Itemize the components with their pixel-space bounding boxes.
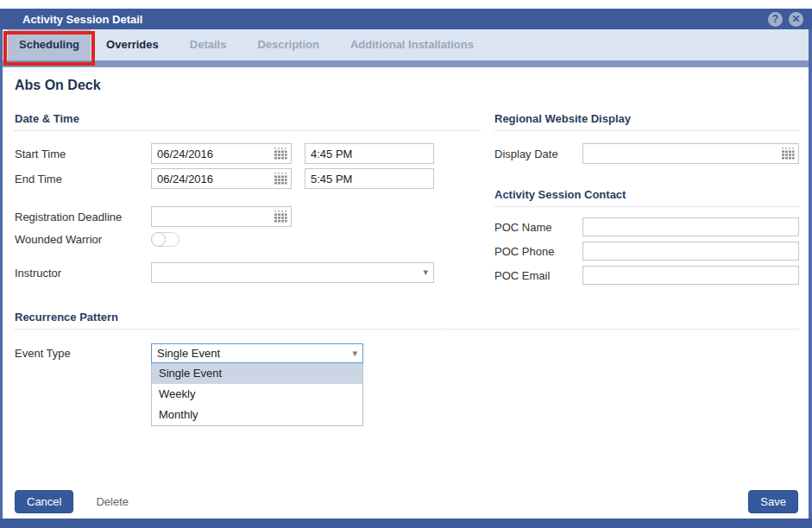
event-type-row: Event Type ▾ Single Event Weekly Monthly — [15, 343, 799, 363]
registration-deadline-label: Registration Deadline — [15, 211, 151, 223]
end-time-row: End Time — [15, 168, 481, 189]
delete-link[interactable]: Delete — [96, 495, 129, 508]
wounded-warrior-row: Wounded Warrior — [15, 232, 481, 247]
tab-description: Description — [242, 29, 335, 60]
dropdown-option-single-event[interactable]: Single Event — [152, 363, 362, 384]
instructor-input[interactable] — [151, 262, 434, 283]
tab-overrides[interactable]: Overrides — [91, 29, 174, 60]
poc-email-input[interactable] — [582, 266, 799, 285]
section-heading-recurrence: Recurrence Pattern — [15, 311, 799, 330]
calendar-icon[interactable] — [274, 148, 287, 160]
registration-deadline-input[interactable] — [151, 206, 292, 227]
poc-name-label: POC Name — [494, 221, 582, 234]
help-icon[interactable]: ? — [768, 12, 783, 27]
calendar-icon[interactable] — [274, 211, 287, 223]
event-type-select[interactable]: ▾ Single Event Weekly Monthly — [151, 343, 363, 363]
end-date-wrap — [151, 168, 292, 189]
tab-details-label: Details — [190, 38, 227, 51]
right-column: Regional Website Display Display Date Ac… — [494, 93, 799, 285]
poc-phone-label: POC Phone — [494, 245, 582, 258]
tab-scheduling-label: Scheduling — [19, 38, 79, 51]
start-time-label: Start Time — [15, 148, 151, 160]
poc-phone-input[interactable] — [582, 242, 799, 261]
event-type-dropdown-list: Single Event Weekly Monthly — [151, 363, 363, 426]
calendar-icon[interactable] — [274, 173, 287, 185]
instructor-label: Instructor — [15, 267, 151, 280]
section-heading-regional: Regional Website Display — [494, 112, 799, 131]
display-date-input[interactable] — [582, 143, 799, 164]
display-date-label: Display Date — [494, 148, 582, 160]
instructor-row: Instructor ▾ — [15, 262, 481, 283]
instructor-select[interactable]: ▾ — [151, 262, 434, 283]
tab-details: Details — [174, 29, 242, 60]
dialog-body: Scheduling Overrides Details Description… — [0, 29, 812, 519]
wounded-warrior-toggle[interactable] — [151, 232, 179, 247]
left-column: Date & Time Start Time — [15, 93, 481, 285]
event-type-label: Event Type — [15, 347, 151, 360]
poc-phone-row: POC Phone — [494, 242, 799, 261]
dropdown-option-weekly[interactable]: Weekly — [152, 384, 362, 405]
poc-name-row: POC Name — [494, 217, 799, 236]
end-time-label: End Time — [15, 173, 151, 185]
dialog-titlebar: Activity Session Detail ? ✕ — [0, 9, 812, 29]
activity-session-detail-dialog: Activity Session Detail ? ✕ Scheduling O… — [0, 9, 812, 528]
recurrence-section: Recurrence Pattern Event Type ▾ Single E… — [15, 311, 799, 363]
start-date-input[interactable] — [151, 143, 292, 164]
toggle-knob — [151, 232, 166, 247]
tab-overrides-label: Overrides — [106, 38, 159, 51]
tab-additional-installations: Additional Installations — [335, 29, 489, 60]
tab-content-scheduling: Abs On Deck Date & Time Start Time — [3, 67, 809, 519]
start-time-input[interactable] — [305, 143, 434, 164]
form-columns: Date & Time Start Time — [15, 93, 799, 285]
tab-bar-underline — [3, 60, 809, 67]
save-button[interactable]: Save — [748, 490, 798, 513]
event-type-input[interactable] — [151, 343, 363, 363]
start-time-row: Start Time — [15, 143, 481, 164]
display-date-row: Display Date — [494, 143, 799, 164]
poc-email-label: POC Email — [494, 269, 582, 282]
section-heading-contact: Activity Session Contact — [494, 188, 799, 207]
dialog-bottom-bar — [0, 519, 812, 528]
dropdown-option-monthly[interactable]: Monthly — [152, 405, 362, 425]
poc-name-input[interactable] — [582, 217, 799, 236]
registration-deadline-row: Registration Deadline — [15, 206, 481, 227]
page-title: Abs On Deck — [15, 78, 799, 93]
tab-description-label: Description — [257, 38, 319, 51]
registration-deadline-wrap — [151, 206, 292, 227]
wounded-warrior-label: Wounded Warrior — [15, 233, 151, 246]
calendar-icon[interactable] — [781, 148, 795, 160]
end-date-input[interactable] — [151, 168, 292, 189]
tab-bar: Scheduling Overrides Details Description… — [3, 29, 809, 60]
cancel-button[interactable]: Cancel — [15, 490, 73, 513]
tab-scheduling[interactable]: Scheduling — [8, 29, 91, 60]
section-heading-date-time: Date & Time — [15, 112, 481, 131]
poc-email-row: POC Email — [494, 266, 799, 285]
start-date-wrap — [151, 143, 292, 164]
tab-additional-installations-label: Additional Installations — [350, 38, 474, 51]
display-date-wrap — [582, 143, 799, 164]
end-time-input[interactable] — [305, 168, 434, 189]
close-icon[interactable]: ✕ — [789, 12, 803, 27]
dialog-title: Activity Session Detail — [22, 13, 142, 26]
dialog-footer: Cancel Delete Save — [15, 490, 798, 513]
